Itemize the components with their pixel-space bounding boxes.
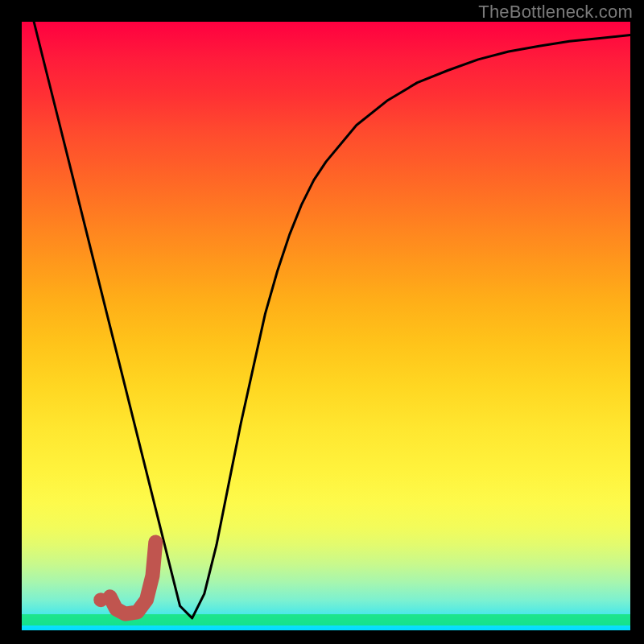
bottleneck-curve (22, 22, 630, 630)
watermark-text: TheBottleneck.com (478, 2, 633, 23)
chart-stage: TheBottleneck.com (0, 0, 644, 644)
plot-area (22, 22, 630, 630)
